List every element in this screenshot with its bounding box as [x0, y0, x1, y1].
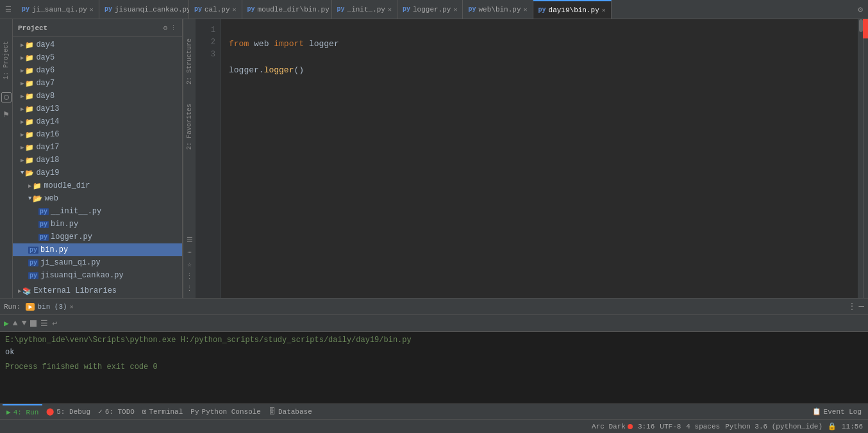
tab-logger-close[interactable]: ✕ [453, 6, 457, 13]
run-label: Run: [4, 303, 21, 311]
tab-logger-label: logger.py [413, 6, 451, 13]
favorites-sidebar-label[interactable]: 2: Favorites [186, 104, 193, 150]
collapse-icon[interactable]: ⋮ [170, 24, 177, 32]
tab-web-bin-close[interactable]: ✕ [524, 6, 528, 13]
more-dots-icon[interactable]: ⋮ [186, 284, 193, 293]
tree-item-day14[interactable]: ▶ 📁 day14 [13, 115, 182, 128]
structure-sidebar-label[interactable]: 2: Structure [186, 38, 193, 85]
arrow-day16: ▶ [21, 131, 24, 138]
arrow-day5: ▶ [21, 54, 24, 61]
tree-label-day14: day14 [36, 117, 59, 126]
list-view-btn[interactable]: ☰ [40, 318, 48, 329]
right-scrollbar[interactable] [858, 19, 863, 298]
down-btn[interactable]: ▼ [22, 318, 27, 328]
status-bar: Arc Dark 3:16 UTF-8 4 spaces Python 3.6 … [0, 419, 868, 433]
tree-item-day17[interactable]: ▶ 📁 day17 [13, 141, 182, 154]
tree-item-moudle-dir[interactable]: ▶ 📁 moudle_dir [13, 179, 182, 192]
tree-item-day8[interactable]: ▶ 📁 day8 [13, 90, 182, 102]
tab-ji-saun-qi[interactable]: py ji_saun_qi.py ✕ [17, 0, 99, 19]
tab-logger[interactable]: py logger.py ✕ [397, 0, 463, 19]
tab-init[interactable]: py _init_.py ✕ [332, 0, 397, 19]
play-btn[interactable]: ▶ [4, 318, 9, 329]
tree-label-external-libraries: External Libraries [33, 286, 117, 295]
status-encoding[interactable]: UTF-8 [660, 423, 681, 430]
tree-item-init[interactable]: py __init__.py [13, 205, 182, 218]
gear-icon[interactable]: ⚙ [163, 24, 167, 32]
status-indent[interactable]: 4 spaces [686, 423, 720, 430]
py-file-icon-jisuanqi: py [28, 272, 38, 279]
bottom-tab-python-console[interactable]: Py Python Console [187, 404, 265, 419]
dots-icon[interactable]: ⋮ [186, 272, 193, 281]
tree-item-day16[interactable]: ▶ 📁 day16 [13, 128, 182, 141]
tree-item-logger-py[interactable]: py logger.py [13, 231, 182, 243]
database-icon: 🗄 [269, 407, 276, 416]
tab-day19-bin-close[interactable]: ✕ [602, 6, 606, 14]
bottom-tab-todo[interactable]: ✓ 6: TODO [94, 404, 138, 419]
tab-init-label: _init_.py [347, 6, 385, 13]
project-icon[interactable]: ☰ [3, 5, 14, 13]
tab-moudle-dir-bin[interactable]: py moudle_dir\bin.py ✕ [242, 0, 332, 19]
module-folder-icon: 📂 [33, 194, 42, 204]
ellipsis-icon[interactable]: ⋯ [187, 248, 192, 256]
module-web: web [254, 39, 269, 49]
tree-item-day13[interactable]: ▶ 📁 day13 [13, 102, 182, 115]
tree-label-bin-py: bin.py [51, 220, 78, 229]
run-action-toolbar: ▶ ▲ ▼ ☰ ↩ [0, 315, 868, 332]
tree-label-day16: day16 [36, 130, 59, 139]
code-content[interactable]: from web import logger logger.logger() [221, 19, 858, 298]
tab-day19-bin[interactable]: py day19\bin.py ✕ [533, 0, 612, 19]
py-icon3: py [194, 6, 202, 13]
run-tab-close-btn[interactable]: ✕ [70, 303, 74, 311]
project-sidebar-label[interactable]: 1: Project [3, 41, 10, 79]
tab-ji-saun-qi-close[interactable]: ✕ [90, 6, 94, 13]
bottom-tab-event-log[interactable]: 📋 Event Log [808, 404, 865, 419]
folder-icon-day8: 📁 [25, 92, 34, 101]
tree-item-bin-py[interactable]: py bin.py [13, 218, 182, 231]
tree-item-day18[interactable]: ▶ 📁 day18 [13, 154, 182, 167]
tree-item-day4[interactable]: ▶ 📁 day4 [13, 38, 182, 51]
wrap-btn[interactable]: ↩ [52, 318, 57, 329]
up-btn[interactable]: ▲ [13, 318, 18, 328]
tree-item-bin-root[interactable]: py bin.py [13, 243, 182, 256]
target-icon[interactable] [1, 92, 12, 102]
folder-icon-moudle-dir: 📁 [33, 182, 42, 190]
arrow-web: ▼ [28, 195, 31, 202]
bottom-panel: Run: ▶ bin (3) ✕ ⋮ — ▶ ▲ ▼ ☰ ↩ E:\python… [0, 298, 868, 404]
run-toolbar-dots[interactable]: ⋮ [847, 301, 856, 312]
list-icon[interactable]: ☰ [187, 236, 193, 244]
tab-bar-left: ☰ [0, 5, 17, 13]
time-label: 11:56 [842, 423, 863, 430]
tree-item-web[interactable]: ▼ 📂 web [13, 192, 182, 205]
tree-item-day7[interactable]: ▶ 📁 day7 [13, 77, 182, 90]
tree-item-jisuanqi[interactable]: py jisuanqi_cankao.py [13, 269, 182, 282]
tab-jisuanqi-cankao[interactable]: py jisuanqi_cankao.py ✕ [99, 0, 189, 19]
run-bottom-label: 4: Run [13, 409, 39, 416]
stop-btn[interactable] [30, 320, 37, 327]
status-python[interactable]: Python 3.6 (python_ide) [725, 423, 822, 430]
header-icons: ⚙ ⋮ [163, 24, 177, 32]
settings-icon[interactable]: ⚙ [858, 4, 863, 15]
tree-item-day6[interactable]: ▶ 📁 day6 [13, 64, 182, 77]
tree-item-day5[interactable]: ▶ 📁 day5 [13, 51, 182, 64]
tab-init-close[interactable]: ✕ [388, 6, 392, 13]
tab-web-bin[interactable]: py web\bin.py ✕ [463, 0, 533, 19]
bottom-tab-terminal[interactable]: ⊡ Terminal [138, 404, 187, 419]
run-toolbar-minimize[interactable]: — [859, 301, 864, 312]
bottom-tab-run[interactable]: ▶ 4: Run [3, 404, 42, 419]
bottom-tab-database[interactable]: 🗄 Database [265, 404, 316, 419]
python-console-icon: Py [190, 408, 199, 416]
py-icon6: py [403, 6, 410, 13]
tab-cal-close[interactable]: ✕ [233, 6, 237, 13]
star-icon[interactable]: ☆ [187, 260, 192, 268]
status-line-col[interactable]: 3:16 [638, 423, 655, 430]
run-command-line: E:\python_ide\venv\Scripts\python.exe H:… [5, 334, 863, 347]
bottom-tab-debug[interactable]: ⬤ 5: Debug [42, 404, 94, 419]
bookmark-icon[interactable]: ⚑ [3, 109, 8, 120]
status-theme[interactable]: Arc Dark [592, 423, 633, 430]
tree-item-external-libraries[interactable]: ▶ 📚 External Libraries [13, 284, 182, 297]
tree-item-day19[interactable]: ▼ 📂 day19 [13, 167, 182, 179]
tree-item-ji-saun[interactable]: py ji_saun_qi.py [13, 256, 182, 269]
tab-cal[interactable]: py cal.py ✕ [189, 0, 242, 19]
theme-label: Arc Dark [592, 423, 626, 430]
tree-label-web: web [44, 194, 58, 203]
